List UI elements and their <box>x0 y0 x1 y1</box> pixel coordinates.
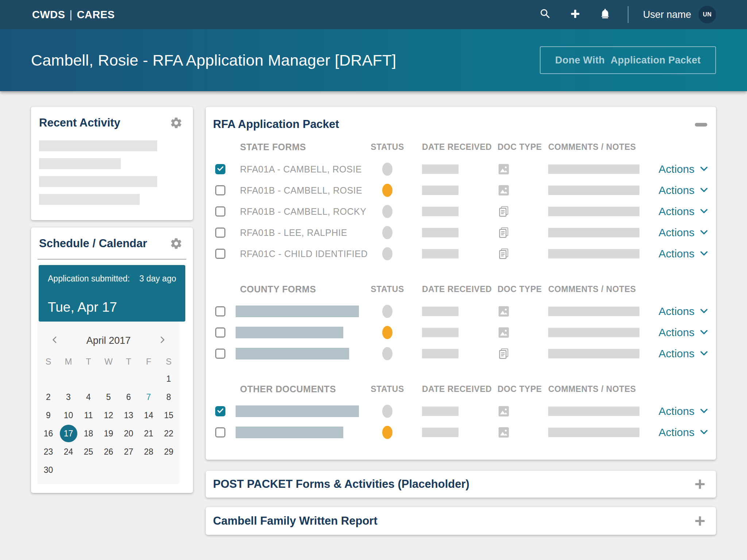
calendar-day-number: 25 <box>80 443 97 460</box>
calendar-day-number: 16 <box>40 425 57 442</box>
calendar-day[interactable]: 1 <box>159 370 179 388</box>
add-button[interactable] <box>569 8 582 21</box>
date-received-placeholder <box>422 307 458 316</box>
user-name[interactable]: User name <box>643 9 691 20</box>
calendar-day[interactable]: 16 <box>38 424 58 443</box>
actions-link[interactable]: Actions <box>639 304 709 319</box>
status-cell <box>373 184 402 197</box>
calendar-day[interactable]: 11 <box>78 406 98 424</box>
row-checkbox[interactable] <box>215 306 225 316</box>
actions-link[interactable]: Actions <box>639 183 709 198</box>
done-button-prefix: Done With <box>555 55 605 66</box>
actions-link[interactable]: Actions <box>639 162 709 176</box>
calendar-day[interactable]: 22 <box>159 424 179 443</box>
row-checkbox[interactable] <box>215 406 225 416</box>
expand-post-packet-button[interactable] <box>693 477 707 491</box>
notifications-button[interactable] <box>599 8 612 21</box>
comments-cell <box>548 407 639 416</box>
calendar-day[interactable]: 17 <box>58 424 78 443</box>
packet-section: COUNTY FORMSSTATUSDATE RECEIVEDDOC TYPEC… <box>206 281 716 364</box>
row-checkbox[interactable] <box>215 349 225 359</box>
comments-column-header: COMMENTS / NOTES <box>548 384 639 394</box>
actions-link[interactable]: Actions <box>639 247 709 261</box>
navbar-divider <box>628 6 628 23</box>
status-indicator <box>382 426 392 439</box>
row-checkbox[interactable] <box>215 327 225 338</box>
date-received-placeholder <box>422 328 458 337</box>
search-button[interactable] <box>539 8 552 21</box>
calendar-day-empty <box>98 461 119 479</box>
calendar-day[interactable]: 4 <box>78 388 98 406</box>
row-checkbox[interactable] <box>215 228 225 238</box>
chevron-right-icon <box>158 335 167 346</box>
calendar-day-empty <box>78 461 98 479</box>
calendar-prev-button[interactable] <box>50 336 59 345</box>
comments-placeholder <box>548 428 639 437</box>
form-name-placeholder <box>240 405 367 417</box>
actions-label: Actions <box>659 184 694 197</box>
calendar-day[interactable]: 9 <box>38 406 58 424</box>
recent-activity-settings-button[interactable] <box>170 116 183 129</box>
comments-placeholder <box>548 307 639 316</box>
calendar-day[interactable]: 29 <box>159 443 179 461</box>
schedule-settings-button[interactable] <box>170 237 183 250</box>
date-received-cell <box>422 249 458 258</box>
table-row: Actions <box>206 301 716 322</box>
right-column: RFA Application Packet STATE FORMSSTATUS… <box>206 107 716 535</box>
calendar-day[interactable]: 24 <box>58 443 78 461</box>
expand-written-report-button[interactable] <box>693 514 707 528</box>
row-checkbox[interactable] <box>215 185 225 195</box>
calendar-day[interactable]: 26 <box>98 443 119 461</box>
calendar-day[interactable]: 27 <box>119 443 139 461</box>
calendar-day[interactable]: 3 <box>58 388 78 406</box>
recent-activity-card: Recent Activity <box>31 107 193 220</box>
row-checkbox[interactable] <box>215 206 225 217</box>
chevron-down-icon <box>699 347 709 361</box>
calendar-day[interactable]: 10 <box>58 406 78 424</box>
navbar-right: User name UN <box>522 6 716 23</box>
calendar-day-number: 7 <box>140 388 158 406</box>
calendar-day[interactable]: 20 <box>119 424 139 443</box>
calendar-day[interactable]: 13 <box>119 406 139 424</box>
actions-link[interactable]: Actions <box>639 425 709 440</box>
calendar: April 2017 SMTWTFS1234567891011121314151… <box>38 322 179 484</box>
calendar-next-button[interactable] <box>158 336 167 345</box>
calendar-day-number: 15 <box>160 407 178 424</box>
page-header: Cambell, Rosie - RFA Application Manager… <box>0 29 747 91</box>
comments-cell <box>548 228 639 237</box>
brand-logo[interactable]: CWDS | CARES <box>32 9 115 21</box>
calendar-day[interactable]: 25 <box>78 443 98 461</box>
calendar-day[interactable]: 28 <box>139 443 159 461</box>
avatar[interactable]: UN <box>698 6 716 23</box>
plus-icon <box>569 8 581 22</box>
row-checkbox[interactable] <box>215 427 225 438</box>
calendar-day[interactable]: 18 <box>78 424 98 443</box>
calendar-day[interactable]: 21 <box>139 424 159 443</box>
actions-link[interactable]: Actions <box>639 226 709 240</box>
calendar-day[interactable]: 23 <box>38 443 58 461</box>
calendar-day[interactable]: 15 <box>159 406 179 424</box>
calendar-day[interactable]: 2 <box>38 388 58 406</box>
date-received-cell <box>422 228 458 237</box>
status-column-header: STATUS <box>373 284 402 294</box>
actions-link[interactable]: Actions <box>639 326 709 340</box>
actions-link[interactable]: Actions <box>639 347 709 361</box>
top-navbar: CWDS | CARES User name UN <box>0 0 747 29</box>
calendar-day[interactable]: 14 <box>139 406 159 424</box>
calendar-day[interactable]: 12 <box>98 406 119 424</box>
actions-link[interactable]: Actions <box>639 404 709 419</box>
calendar-day[interactable]: 7 <box>139 388 159 406</box>
row-checkbox[interactable] <box>215 249 225 259</box>
calendar-day[interactable]: 19 <box>98 424 119 443</box>
actions-link[interactable]: Actions <box>639 205 709 219</box>
calendar-day[interactable]: 5 <box>98 388 119 406</box>
calendar-day[interactable]: 6 <box>119 388 139 406</box>
calendar-day[interactable]: 8 <box>159 388 179 406</box>
status-cell <box>373 163 402 176</box>
done-with-application-packet-button[interactable]: Done With Application Packet <box>540 46 716 74</box>
calendar-day[interactable]: 30 <box>38 461 58 479</box>
submitted-label: Application submitted: <box>48 274 130 284</box>
packet-title: RFA Application Packet <box>213 117 339 132</box>
collapse-minus-icon[interactable] <box>695 123 707 127</box>
row-checkbox[interactable] <box>215 164 225 174</box>
